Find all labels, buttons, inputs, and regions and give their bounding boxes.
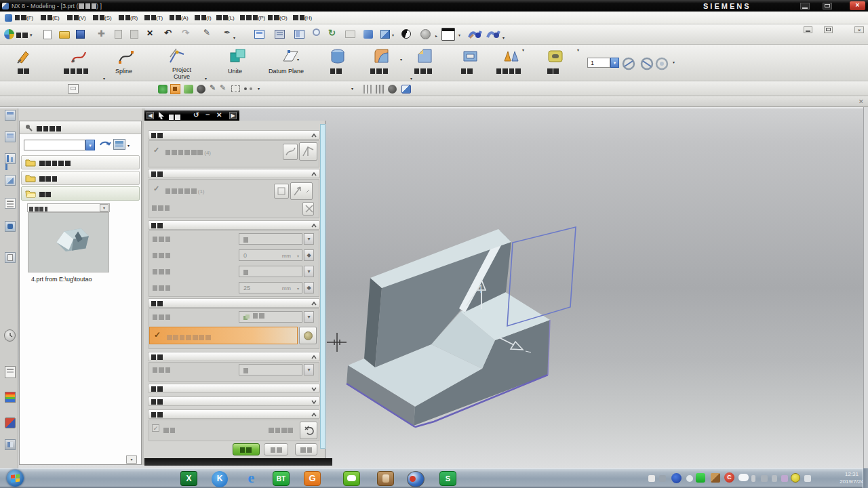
svg-text:4: 4 <box>477 283 483 295</box>
